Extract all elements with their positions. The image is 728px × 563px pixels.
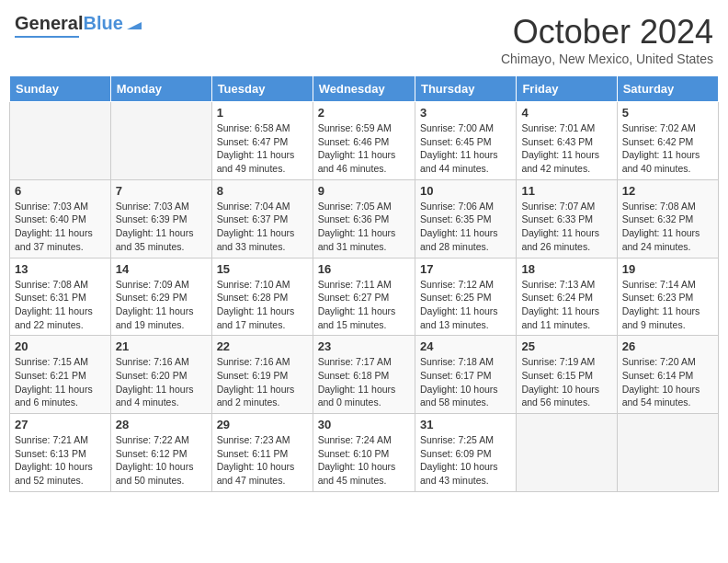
day-number: 14	[116, 262, 207, 276]
calendar-cell: 15Sunrise: 7:10 AM Sunset: 6:28 PM Dayli…	[211, 258, 313, 336]
calendar-week-row: 27Sunrise: 7:21 AM Sunset: 6:13 PM Dayli…	[10, 414, 719, 492]
calendar-cell	[617, 414, 718, 492]
day-info: Sunrise: 6:59 AM Sunset: 6:46 PM Dayligh…	[318, 121, 410, 176]
calendar-cell: 7Sunrise: 7:03 AM Sunset: 6:39 PM Daylig…	[110, 179, 211, 258]
day-info: Sunrise: 7:06 AM Sunset: 6:35 PM Dayligh…	[420, 200, 511, 254]
month-title: October 2024	[501, 13, 713, 52]
day-number: 4	[521, 106, 611, 120]
calendar-cell: 18Sunrise: 7:13 AM Sunset: 6:24 PM Dayli…	[517, 258, 617, 336]
calendar-cell: 19Sunrise: 7:14 AM Sunset: 6:23 PM Dayli…	[617, 258, 718, 336]
day-info: Sunrise: 7:14 AM Sunset: 6:23 PM Dayligh…	[622, 278, 713, 332]
calendar-cell: 5Sunrise: 7:02 AM Sunset: 6:42 PM Daylig…	[617, 102, 718, 180]
day-info: Sunrise: 7:22 AM Sunset: 6:12 PM Dayligh…	[116, 433, 207, 488]
calendar-cell	[517, 414, 617, 492]
day-info: Sunrise: 7:24 AM Sunset: 6:10 PM Dayligh…	[318, 433, 410, 488]
day-number: 6	[15, 184, 106, 198]
logo-general: General	[15, 13, 83, 34]
day-number: 30	[318, 418, 410, 431]
day-number: 29	[217, 418, 308, 431]
calendar-cell: 1Sunrise: 6:58 AM Sunset: 6:47 PM Daylig…	[211, 102, 313, 180]
day-number: 8	[217, 184, 308, 198]
day-header-saturday: Saturday	[617, 76, 718, 102]
day-info: Sunrise: 7:16 AM Sunset: 6:19 PM Dayligh…	[217, 355, 308, 409]
calendar-cell: 29Sunrise: 7:23 AM Sunset: 6:11 PM Dayli…	[211, 414, 313, 492]
calendar-week-row: 6Sunrise: 7:03 AM Sunset: 6:40 PM Daylig…	[10, 179, 719, 258]
day-info: Sunrise: 7:03 AM Sunset: 6:40 PM Dayligh…	[15, 200, 106, 254]
title-block: October 2024 Chimayo, New Mexico, United…	[501, 13, 713, 66]
calendar-cell: 17Sunrise: 7:12 AM Sunset: 6:25 PM Dayli…	[415, 258, 516, 336]
calendar-cell: 13Sunrise: 7:08 AM Sunset: 6:31 PM Dayli…	[10, 258, 111, 336]
day-info: Sunrise: 7:01 AM Sunset: 6:43 PM Dayligh…	[521, 121, 611, 176]
day-number: 10	[420, 184, 511, 198]
calendar-cell: 3Sunrise: 7:00 AM Sunset: 6:45 PM Daylig…	[415, 102, 516, 180]
calendar-cell: 14Sunrise: 7:09 AM Sunset: 6:29 PM Dayli…	[110, 258, 211, 336]
day-header-tuesday: Tuesday	[211, 76, 313, 102]
calendar-cell: 30Sunrise: 7:24 AM Sunset: 6:10 PM Dayli…	[313, 414, 415, 492]
day-number: 11	[521, 184, 611, 198]
day-number: 5	[622, 106, 713, 120]
logo: General Blue	[15, 13, 143, 38]
day-info: Sunrise: 7:21 AM Sunset: 6:13 PM Dayligh…	[15, 433, 106, 488]
calendar-cell: 2Sunrise: 6:59 AM Sunset: 6:46 PM Daylig…	[313, 102, 415, 180]
calendar-cell: 4Sunrise: 7:01 AM Sunset: 6:43 PM Daylig…	[517, 102, 617, 180]
day-number: 9	[318, 184, 410, 198]
calendar-cell: 23Sunrise: 7:17 AM Sunset: 6:18 PM Dayli…	[313, 336, 415, 414]
calendar-cell: 28Sunrise: 7:22 AM Sunset: 6:12 PM Dayli…	[110, 414, 211, 492]
calendar-cell: 26Sunrise: 7:20 AM Sunset: 6:14 PM Dayli…	[617, 336, 718, 414]
calendar-cell	[10, 102, 111, 180]
day-info: Sunrise: 7:04 AM Sunset: 6:37 PM Dayligh…	[217, 200, 308, 254]
day-info: Sunrise: 7:00 AM Sunset: 6:45 PM Dayligh…	[420, 121, 511, 176]
day-info: Sunrise: 7:23 AM Sunset: 6:11 PM Dayligh…	[217, 433, 308, 488]
day-info: Sunrise: 7:09 AM Sunset: 6:29 PM Dayligh…	[116, 278, 207, 332]
day-number: 1	[217, 106, 308, 120]
calendar-cell: 10Sunrise: 7:06 AM Sunset: 6:35 PM Dayli…	[415, 179, 516, 258]
day-info: Sunrise: 7:07 AM Sunset: 6:33 PM Dayligh…	[521, 200, 611, 254]
calendar-cell: 20Sunrise: 7:15 AM Sunset: 6:21 PM Dayli…	[10, 336, 111, 414]
day-number: 2	[318, 106, 410, 120]
location: Chimayo, New Mexico, United States	[501, 52, 713, 66]
day-header-wednesday: Wednesday	[313, 76, 415, 102]
calendar-week-row: 20Sunrise: 7:15 AM Sunset: 6:21 PM Dayli…	[10, 336, 719, 414]
logo-blue: Blue	[83, 13, 122, 34]
calendar-cell: 6Sunrise: 7:03 AM Sunset: 6:40 PM Daylig…	[10, 179, 111, 258]
day-number: 28	[116, 418, 207, 431]
calendar-cell: 21Sunrise: 7:16 AM Sunset: 6:20 PM Dayli…	[110, 336, 211, 414]
day-number: 19	[622, 262, 713, 276]
svg-marker-0	[127, 22, 142, 29]
day-header-monday: Monday	[110, 76, 211, 102]
calendar-cell: 11Sunrise: 7:07 AM Sunset: 6:33 PM Dayli…	[517, 179, 617, 258]
calendar-cell: 16Sunrise: 7:11 AM Sunset: 6:27 PM Dayli…	[313, 258, 415, 336]
calendar-cell: 9Sunrise: 7:05 AM Sunset: 6:36 PM Daylig…	[313, 179, 415, 258]
day-info: Sunrise: 7:08 AM Sunset: 6:32 PM Dayligh…	[622, 200, 713, 254]
day-info: Sunrise: 7:10 AM Sunset: 6:28 PM Dayligh…	[217, 278, 308, 332]
day-info: Sunrise: 7:02 AM Sunset: 6:42 PM Dayligh…	[622, 121, 713, 176]
day-info: Sunrise: 7:15 AM Sunset: 6:21 PM Dayligh…	[15, 355, 106, 409]
calendar-cell: 31Sunrise: 7:25 AM Sunset: 6:09 PM Dayli…	[415, 414, 516, 492]
logo-icon	[125, 13, 143, 31]
day-number: 26	[622, 339, 713, 353]
day-number: 23	[318, 339, 410, 353]
day-info: Sunrise: 7:18 AM Sunset: 6:17 PM Dayligh…	[420, 355, 511, 409]
day-number: 25	[521, 339, 611, 353]
calendar-cell: 22Sunrise: 7:16 AM Sunset: 6:19 PM Dayli…	[211, 336, 313, 414]
day-number: 17	[420, 262, 511, 276]
day-info: Sunrise: 7:17 AM Sunset: 6:18 PM Dayligh…	[318, 355, 410, 409]
day-info: Sunrise: 7:12 AM Sunset: 6:25 PM Dayligh…	[420, 278, 511, 332]
day-info: Sunrise: 7:13 AM Sunset: 6:24 PM Dayligh…	[521, 278, 611, 332]
calendar-cell	[110, 102, 211, 180]
calendar-cell: 25Sunrise: 7:19 AM Sunset: 6:15 PM Dayli…	[517, 336, 617, 414]
day-number: 20	[15, 339, 106, 353]
day-header-sunday: Sunday	[10, 76, 111, 102]
day-number: 12	[622, 184, 713, 198]
calendar-cell: 8Sunrise: 7:04 AM Sunset: 6:37 PM Daylig…	[211, 179, 313, 258]
day-info: Sunrise: 6:58 AM Sunset: 6:47 PM Dayligh…	[217, 121, 308, 176]
day-number: 3	[420, 106, 511, 120]
day-info: Sunrise: 7:16 AM Sunset: 6:20 PM Dayligh…	[116, 355, 207, 409]
calendar-cell: 24Sunrise: 7:18 AM Sunset: 6:17 PM Dayli…	[415, 336, 516, 414]
day-info: Sunrise: 7:25 AM Sunset: 6:09 PM Dayligh…	[420, 433, 511, 488]
calendar-cell: 27Sunrise: 7:21 AM Sunset: 6:13 PM Dayli…	[10, 414, 111, 492]
day-info: Sunrise: 7:05 AM Sunset: 6:36 PM Dayligh…	[318, 200, 410, 254]
day-number: 21	[116, 339, 207, 353]
day-number: 24	[420, 339, 511, 353]
page-header: General Blue October 2024 Chimayo, New M…	[9, 9, 719, 70]
